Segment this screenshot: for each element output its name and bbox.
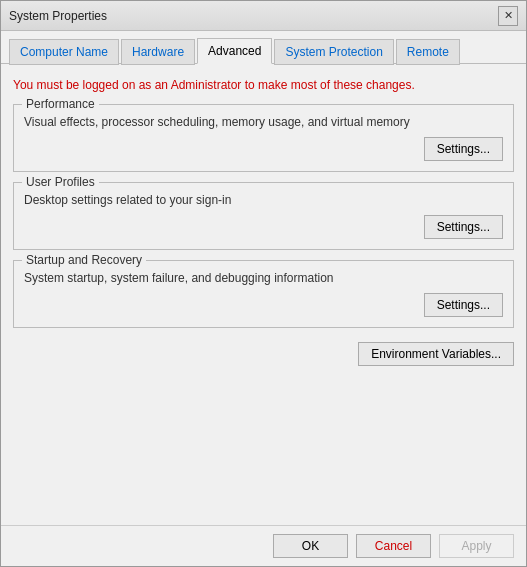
admin-notice: You must be logged on as an Administrato… xyxy=(13,76,514,94)
close-button[interactable]: ✕ xyxy=(498,6,518,26)
startup-recovery-group: Startup and Recovery System startup, sys… xyxy=(13,260,514,328)
tab-computer-name[interactable]: Computer Name xyxy=(9,39,119,65)
cancel-button[interactable]: Cancel xyxy=(356,534,431,558)
system-properties-window: System Properties ✕ Computer Name Hardwa… xyxy=(0,0,527,567)
tab-advanced[interactable]: Advanced xyxy=(197,38,272,64)
performance-group: Performance Visual effects, processor sc… xyxy=(13,104,514,172)
window-title: System Properties xyxy=(9,9,107,23)
startup-recovery-description: System startup, system failure, and debu… xyxy=(24,271,503,285)
performance-description: Visual effects, processor scheduling, me… xyxy=(24,115,503,129)
performance-label: Performance xyxy=(22,97,99,111)
footer: OK Cancel Apply xyxy=(1,525,526,566)
user-profiles-label: User Profiles xyxy=(22,175,99,189)
tab-bar: Computer Name Hardware Advanced System P… xyxy=(1,31,526,64)
performance-settings-row: Settings... xyxy=(24,137,503,161)
title-bar: System Properties ✕ xyxy=(1,1,526,31)
startup-recovery-settings-button[interactable]: Settings... xyxy=(424,293,503,317)
environment-variables-row: Environment Variables... xyxy=(13,342,514,366)
startup-recovery-settings-row: Settings... xyxy=(24,293,503,317)
tab-remote[interactable]: Remote xyxy=(396,39,460,65)
user-profiles-description: Desktop settings related to your sign-in xyxy=(24,193,503,207)
environment-variables-button[interactable]: Environment Variables... xyxy=(358,342,514,366)
performance-settings-button[interactable]: Settings... xyxy=(424,137,503,161)
ok-button[interactable]: OK xyxy=(273,534,348,558)
main-content: You must be logged on as an Administrato… xyxy=(1,64,526,525)
tab-system-protection[interactable]: System Protection xyxy=(274,39,393,65)
user-profiles-group: User Profiles Desktop settings related t… xyxy=(13,182,514,250)
user-profiles-settings-row: Settings... xyxy=(24,215,503,239)
tab-hardware[interactable]: Hardware xyxy=(121,39,195,65)
startup-recovery-label: Startup and Recovery xyxy=(22,253,146,267)
apply-button: Apply xyxy=(439,534,514,558)
user-profiles-settings-button[interactable]: Settings... xyxy=(424,215,503,239)
